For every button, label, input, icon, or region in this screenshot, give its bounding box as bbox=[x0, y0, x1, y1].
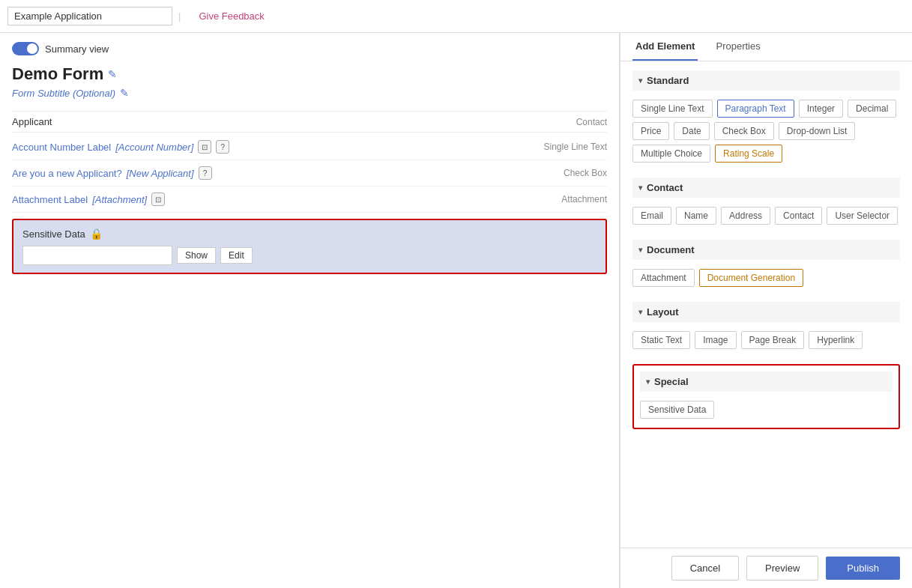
element-user-selector[interactable]: User Selector bbox=[827, 207, 898, 225]
section-layout: ▾ Layout Static Text Image Page Break Hy… bbox=[632, 302, 900, 352]
element-paragraph-text[interactable]: Paragraph Text bbox=[717, 100, 794, 118]
field-label: Attachment Label bbox=[12, 194, 88, 205]
contact-elements-grid: Email Name Address Contact User Selector bbox=[632, 204, 900, 228]
element-contact[interactable]: Contact bbox=[775, 207, 822, 225]
element-multiple-choice[interactable]: Multiple Choice bbox=[632, 145, 710, 163]
chevron-down-icon: ▾ bbox=[638, 246, 642, 254]
divider: | bbox=[178, 10, 181, 22]
document-elements-grid: Attachment Document Generation bbox=[632, 266, 900, 290]
section-special-label: Special bbox=[654, 376, 689, 387]
element-address[interactable]: Address bbox=[721, 207, 770, 225]
tab-add-element[interactable]: Add Element bbox=[632, 33, 698, 61]
right-panel-content: ▾ Standard Single Line Text Paragraph Te… bbox=[620, 61, 912, 548]
table-row: Account Number Label [Account Number] ⊡ … bbox=[12, 134, 607, 160]
tab-properties[interactable]: Properties bbox=[713, 33, 763, 61]
info-icon[interactable]: ? bbox=[216, 140, 229, 154]
element-sensitive-data[interactable]: Sensitive Data bbox=[640, 401, 714, 419]
preview-button[interactable]: Preview bbox=[746, 556, 818, 581]
right-panel: Add Element Properties ▾ Standard Single… bbox=[620, 33, 912, 588]
element-email[interactable]: Email bbox=[632, 207, 671, 225]
form-subtitle-text: Form Subtitle (Optional) bbox=[12, 88, 115, 99]
element-name[interactable]: Name bbox=[676, 207, 716, 225]
field-name: [New Applicant] bbox=[127, 168, 194, 179]
summary-toggle-switch[interactable] bbox=[12, 42, 39, 55]
chevron-down-icon: ▾ bbox=[638, 308, 642, 316]
summary-toggle-row: Summary view bbox=[12, 42, 607, 55]
form-subtitle-edit-icon[interactable]: ✎ bbox=[120, 87, 129, 99]
element-check-box[interactable]: Check Box bbox=[714, 122, 774, 140]
element-decimal[interactable]: Decimal bbox=[848, 100, 896, 118]
show-button[interactable]: Show bbox=[177, 247, 216, 264]
bottom-bar: Cancel Preview Publish bbox=[620, 548, 912, 588]
standard-elements-grid: Single Line Text Paragraph Text Integer … bbox=[632, 97, 900, 166]
section-document-header: ▾ Document bbox=[632, 240, 900, 260]
publish-button[interactable]: Publish bbox=[826, 557, 900, 580]
section-contact: ▾ Contact Email Name Address Contact Use… bbox=[632, 178, 900, 228]
section-label: Applicant bbox=[12, 116, 52, 127]
form-title-text: Demo Form bbox=[12, 64, 103, 84]
chevron-down-icon: ▾ bbox=[638, 184, 642, 192]
row-left: Attachment Label [Attachment] ⊡ bbox=[12, 193, 165, 206]
field-type: Check Box bbox=[564, 168, 607, 178]
row-left: Are you a new Applicant? [New Applicant]… bbox=[12, 166, 212, 180]
field-name: [Account Number] bbox=[115, 142, 193, 153]
section-layout-label: Layout bbox=[647, 306, 679, 318]
field-type: Attachment bbox=[561, 194, 607, 204]
form-title-row: Demo Form ✎ bbox=[12, 64, 607, 84]
element-attachment[interactable]: Attachment bbox=[632, 269, 695, 287]
element-single-line-text[interactable]: Single Line Text bbox=[632, 100, 713, 118]
form-title-edit-icon[interactable]: ✎ bbox=[108, 68, 117, 80]
special-elements-grid: Sensitive Data bbox=[640, 398, 893, 422]
lock-icon: 🔒 bbox=[90, 228, 103, 240]
section-standard-header: ▾ Standard bbox=[632, 70, 900, 91]
element-document-generation[interactable]: Document Generation bbox=[699, 269, 803, 287]
section-contact-label: Contact bbox=[647, 182, 683, 193]
right-panel-tabs: Add Element Properties bbox=[620, 33, 912, 61]
element-price[interactable]: Price bbox=[632, 122, 669, 140]
sensitive-data-input[interactable] bbox=[22, 246, 172, 265]
sensitive-data-header: Sensitive Data 🔒 bbox=[22, 228, 597, 240]
sensitive-data-box: Sensitive Data 🔒 Show Edit bbox=[12, 219, 607, 274]
field-type: Single Line Text bbox=[543, 142, 607, 152]
field-label: Are you a new Applicant? bbox=[12, 168, 122, 179]
element-hyperlink[interactable]: Hyperlink bbox=[809, 331, 863, 349]
section-document: ▾ Document Attachment Document Generatio… bbox=[632, 240, 900, 290]
form-subtitle-row: Form Subtitle (Optional) ✎ bbox=[12, 87, 607, 99]
section-document-label: Document bbox=[647, 244, 695, 255]
element-dropdown-list[interactable]: Drop-down List bbox=[779, 122, 856, 140]
sensitive-data-label: Sensitive Data bbox=[22, 228, 85, 240]
app-name-input[interactable] bbox=[7, 7, 172, 25]
table-row: Are you a new Applicant? [New Applicant]… bbox=[12, 160, 607, 187]
section-layout-header: ▾ Layout bbox=[632, 302, 900, 322]
field-name: [Attachment] bbox=[92, 194, 147, 205]
section-type: Contact bbox=[576, 117, 607, 127]
main-layout: Summary view Demo Form ✎ Form Subtitle (… bbox=[0, 33, 912, 588]
section-standard: ▾ Standard Single Line Text Paragraph Te… bbox=[632, 70, 900, 166]
element-image[interactable]: Image bbox=[695, 331, 736, 349]
summary-toggle-label: Summary view bbox=[45, 43, 109, 55]
layout-elements-grid: Static Text Image Page Break Hyperlink bbox=[632, 328, 900, 352]
element-integer[interactable]: Integer bbox=[799, 100, 843, 118]
table-row: Attachment Label [Attachment] ⊡ Attachme… bbox=[12, 187, 607, 213]
monitor-icon[interactable]: ⊡ bbox=[198, 140, 211, 154]
cancel-button[interactable]: Cancel bbox=[671, 556, 739, 581]
chevron-down-icon: ▾ bbox=[646, 378, 650, 386]
top-bar: | Give Feedback bbox=[0, 0, 912, 33]
element-page-break[interactable]: Page Break bbox=[741, 331, 805, 349]
monitor-icon[interactable]: ⊡ bbox=[151, 193, 165, 206]
field-label: Account Number Label bbox=[12, 142, 111, 153]
row-left: Account Number Label [Account Number] ⊡ … bbox=[12, 140, 229, 154]
sensitive-data-input-row: Show Edit bbox=[22, 246, 597, 265]
left-panel: Summary view Demo Form ✎ Form Subtitle (… bbox=[0, 33, 620, 588]
edit-button[interactable]: Edit bbox=[220, 247, 253, 264]
element-static-text[interactable]: Static Text bbox=[632, 331, 690, 349]
form-section-header: Applicant Contact bbox=[12, 111, 607, 133]
section-special-header: ▾ Special bbox=[640, 372, 893, 392]
info-icon[interactable]: ? bbox=[199, 166, 212, 180]
give-feedback-link[interactable]: Give Feedback bbox=[199, 10, 264, 22]
section-special: ▾ Special Sensitive Data bbox=[632, 364, 900, 429]
element-date[interactable]: Date bbox=[674, 122, 709, 140]
element-rating-scale[interactable]: Rating Scale bbox=[715, 145, 782, 163]
chevron-down-icon: ▾ bbox=[638, 76, 642, 85]
section-contact-header: ▾ Contact bbox=[632, 178, 900, 198]
